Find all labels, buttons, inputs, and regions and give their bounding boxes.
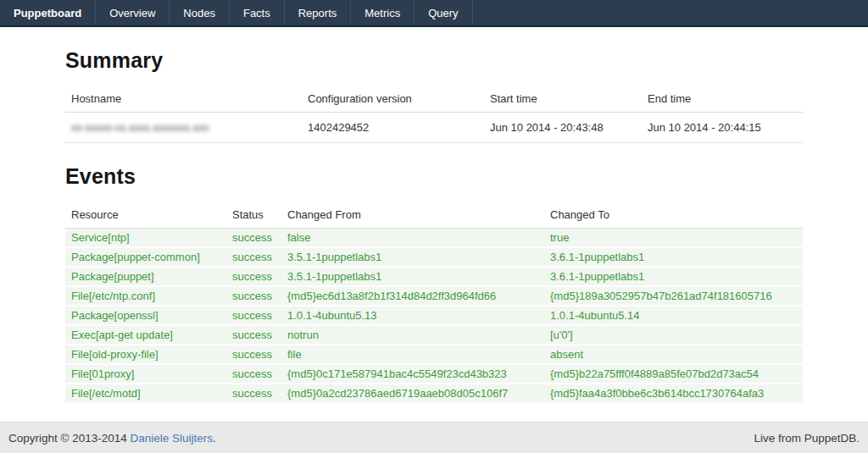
event-changed-to: true	[544, 229, 803, 248]
event-status: success	[226, 364, 281, 384]
event-changed-to: {md5}faa4a3f0bbe6c3b614bcc1730764afa3	[544, 384, 803, 403]
event-changed-to: [u'0']	[544, 325, 803, 345]
event-resource: File[/etc/ntp.conf]	[65, 286, 226, 306]
event-changed-from: 3.5.1-1puppetlabs1	[281, 267, 544, 286]
events-col-changed-to: Changed To	[544, 202, 803, 229]
event-resource: File[old-proxy-file]	[65, 345, 226, 364]
events-table-body: Service[ntp]successfalsetruePackage[pupp…	[65, 229, 803, 404]
event-changed-to: 3.6.1-1puppetlabs1	[544, 267, 803, 286]
nav-item-metrics[interactable]: Metrics	[351, 0, 415, 25]
event-changed-to: 3.6.1-1puppetlabs1	[544, 247, 803, 267]
events-col-changed-from: Changed From	[281, 202, 544, 229]
nav-item-nodes[interactable]: Nodes	[170, 0, 230, 25]
event-status: success	[226, 229, 281, 248]
summary-col-hostname: Hostname	[65, 86, 302, 113]
summary-config-version: 1402429452	[302, 113, 484, 143]
hostname-link[interactable]: xx-xxxxx-xx.xxxx.xxxxxxx.xxx	[71, 122, 209, 134]
events-table: Resource Status Changed From Changed To …	[65, 202, 803, 404]
event-row: File[/etc/motd]success{md5}0a2cd23786aed…	[65, 384, 803, 403]
event-row: Package[puppet]success3.5.1-1puppetlabs1…	[65, 267, 803, 286]
event-status: success	[226, 325, 281, 345]
event-changed-to: {md5}b22a75fff0f4889a85fe07bd2d73ac54	[544, 364, 803, 384]
event-resource: File[01proxy]	[65, 364, 226, 384]
event-row: File[01proxy]success{md5}0c171e587941bac…	[65, 364, 803, 384]
event-row: File[old-proxy-file]successfileabsent	[65, 345, 803, 364]
summary-col-end-time: End time	[642, 86, 803, 113]
summary-row: xx-xxxxx-xx.xxxx.xxxxxxx.xxx 1402429452 …	[65, 113, 803, 143]
footer-live-status: Live from PuppetDB.	[754, 432, 860, 445]
event-status: success	[226, 345, 281, 364]
events-heading: Events	[65, 164, 803, 189]
event-row: Exec[apt-get update]successnotrun[u'0']	[65, 325, 803, 345]
nav-item-overview[interactable]: Overview	[96, 0, 170, 25]
event-status: success	[226, 247, 281, 267]
event-status: success	[226, 286, 281, 306]
summary-table: Hostname Configuration version Start tim…	[65, 86, 803, 143]
summary-start-time: Jun 10 2014 - 20:43:48	[484, 113, 642, 143]
event-changed-from: notrun	[281, 325, 544, 345]
events-col-status: Status	[226, 202, 281, 229]
event-row: Service[ntp]successfalsetrue	[65, 229, 803, 248]
event-status: success	[226, 306, 281, 325]
event-row: File[/etc/ntp.conf]success{md5}ec6d13a8f…	[65, 286, 803, 306]
events-col-resource: Resource	[65, 202, 226, 229]
event-row: Package[openssl]success1.0.1-4ubuntu5.13…	[65, 306, 803, 325]
navbar-brand[interactable]: Puppetboard	[0, 0, 96, 25]
event-changed-from: 3.5.1-1puppetlabs1	[281, 247, 544, 267]
summary-col-config-version: Configuration version	[302, 86, 484, 113]
event-status: success	[226, 384, 281, 403]
event-resource: Package[openssl]	[65, 306, 226, 325]
event-changed-from: false	[281, 229, 544, 248]
event-changed-from: {md5}0a2cd23786aed6719aaeb08d05c106f7	[281, 384, 544, 403]
summary-hostname-cell: xx-xxxxx-xx.xxxx.xxxxxxx.xxx	[65, 113, 302, 143]
summary-col-start-time: Start time	[484, 86, 642, 113]
event-changed-from: {md5}0c171e587941bac4c5549f23cd43b323	[281, 364, 544, 384]
event-resource: Package[puppet-common]	[65, 247, 226, 267]
copyright-period: .	[213, 432, 216, 445]
event-changed-to: {md5}189a3052957b47b261ad74f181605716	[544, 286, 803, 306]
event-changed-from: file	[281, 345, 544, 364]
summary-header-row: Hostname Configuration version Start tim…	[65, 86, 803, 113]
navbar: Puppetboard OverviewNodesFactsReportsMet…	[0, 0, 868, 27]
summary-end-time: Jun 10 2014 - 20:44:15	[642, 113, 803, 143]
event-resource: Exec[apt-get update]	[65, 325, 226, 345]
event-resource: File[/etc/motd]	[65, 384, 226, 403]
event-changed-to: absent	[544, 345, 803, 364]
event-resource: Package[puppet]	[65, 267, 226, 286]
nav-item-facts[interactable]: Facts	[230, 0, 285, 25]
event-status: success	[226, 267, 281, 286]
footer-copyright: Copyright © 2013-2014 Daniele Sluijters.	[8, 432, 216, 445]
summary-heading: Summary	[65, 48, 803, 73]
event-resource: Service[ntp]	[65, 229, 226, 248]
event-changed-to: 1.0.1-4ubuntu5.14	[544, 306, 803, 325]
event-changed-from: 1.0.1-4ubuntu5.13	[281, 306, 544, 325]
events-header-row: Resource Status Changed From Changed To	[65, 202, 803, 229]
navbar-items: OverviewNodesFactsReportsMetricsQuery	[96, 0, 472, 25]
main-content: Summary Hostname Configuration version S…	[65, 48, 803, 404]
footer: Copyright © 2013-2014 Daniele Sluijters.…	[0, 422, 868, 453]
nav-item-query[interactable]: Query	[415, 0, 472, 25]
nav-item-reports[interactable]: Reports	[285, 0, 352, 25]
event-row: Package[puppet-common]success3.5.1-1pupp…	[65, 247, 803, 267]
author-link[interactable]: Daniele Sluijters	[131, 432, 214, 445]
event-changed-from: {md5}ec6d13a8f2b1f314d84d2ff3d964fd66	[281, 286, 544, 306]
copyright-text: Copyright © 2013-2014	[8, 432, 131, 445]
